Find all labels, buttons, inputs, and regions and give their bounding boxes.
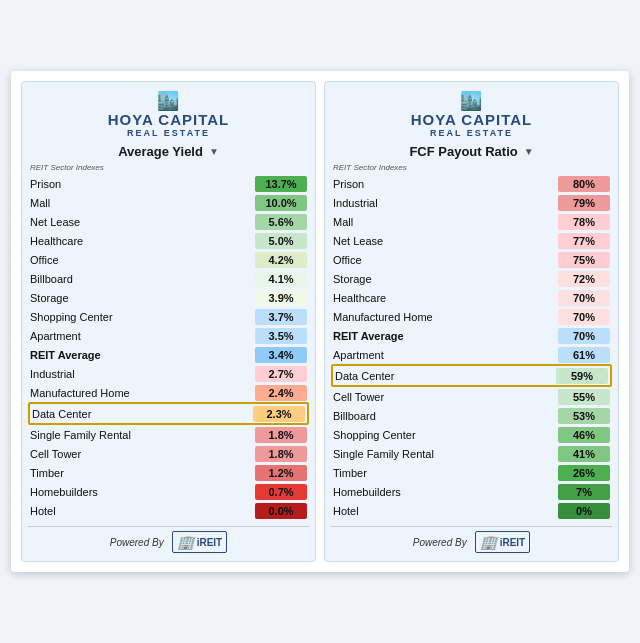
right-ireit-icon: 🏢	[480, 534, 497, 550]
row-value: 13.7%	[255, 176, 307, 192]
row-value: 80%	[558, 176, 610, 192]
row-name: Timber	[30, 467, 255, 479]
row-value: 2.3%	[253, 406, 305, 422]
right-ireit-logo: 🏢 iREIT	[475, 531, 531, 553]
row-name: Prison	[30, 178, 255, 190]
table-row: Homebuilders0.7%	[28, 482, 309, 501]
row-value: 7%	[558, 484, 610, 500]
row-value: 3.7%	[255, 309, 307, 325]
table-row: Apartment3.5%	[28, 326, 309, 345]
table-row: Data Center59%	[331, 364, 612, 387]
row-value: 2.7%	[255, 366, 307, 382]
row-value: 41%	[558, 446, 610, 462]
row-name: Mall	[333, 216, 558, 228]
row-name: Billboard	[30, 273, 255, 285]
table-row: Billboard4.1%	[28, 269, 309, 288]
right-logo-icon: 🏙️	[331, 90, 612, 112]
left-sector-label: REIT Sector Indexes	[28, 163, 309, 172]
row-value: 1.2%	[255, 465, 307, 481]
table-row: Prison13.7%	[28, 174, 309, 193]
table-row: Healthcare5.0%	[28, 231, 309, 250]
right-panel: 🏙️ HOYA CAPITAL REAL ESTATE FCF Payout R…	[324, 81, 619, 563]
table-row: REIT Average70%	[331, 326, 612, 345]
row-name: Industrial	[30, 368, 255, 380]
table-row: Storage72%	[331, 269, 612, 288]
left-footer: Powered By 🏢 iREIT	[28, 526, 309, 553]
right-panel-title: FCF Payout Ratio	[409, 144, 517, 159]
table-row: Office4.2%	[28, 250, 309, 269]
row-name: Shopping Center	[333, 429, 558, 441]
row-name: Prison	[333, 178, 558, 190]
row-value: 0.7%	[255, 484, 307, 500]
table-row: Industrial79%	[331, 193, 612, 212]
row-value: 5.6%	[255, 214, 307, 230]
table-row: Hotel0%	[331, 501, 612, 520]
row-value: 10.0%	[255, 195, 307, 211]
row-name: Homebuilders	[333, 486, 558, 498]
row-value: 3.5%	[255, 328, 307, 344]
table-row: Cell Tower1.8%	[28, 444, 309, 463]
main-container: 🏙️ HOYA CAPITAL REAL ESTATE Average Yiel…	[11, 71, 629, 573]
row-name: Hotel	[333, 505, 558, 517]
row-value: 3.4%	[255, 347, 307, 363]
left-logo-icon: 🏙️	[28, 90, 309, 112]
table-row: Prison80%	[331, 174, 612, 193]
left-logo-subtitle: REAL ESTATE	[28, 128, 309, 138]
row-name: REIT Average	[30, 349, 255, 361]
left-logo: 🏙️ HOYA CAPITAL REAL ESTATE	[28, 90, 309, 139]
table-row: Apartment61%	[331, 345, 612, 364]
row-name: Hotel	[30, 505, 255, 517]
right-sector-label: REIT Sector Indexes	[331, 163, 612, 172]
table-row: Mall78%	[331, 212, 612, 231]
right-dropdown-arrow[interactable]: ▼	[524, 146, 534, 157]
right-rows: Prison80%Industrial79%Mall78%Net Lease77…	[331, 174, 612, 520]
row-value: 2.4%	[255, 385, 307, 401]
table-row: Hotel0.0%	[28, 501, 309, 520]
left-dropdown-arrow[interactable]: ▼	[209, 146, 219, 157]
table-row: Storage3.9%	[28, 288, 309, 307]
table-row: Data Center2.3%	[28, 402, 309, 425]
row-value: 26%	[558, 465, 610, 481]
row-name: Data Center	[335, 370, 556, 382]
row-name: Single Family Rental	[30, 429, 255, 441]
table-row: Office75%	[331, 250, 612, 269]
left-ireit-icon: 🏢	[177, 534, 194, 550]
row-name: Apartment	[30, 330, 255, 342]
right-panel-title-row: FCF Payout Ratio ▼	[331, 144, 612, 159]
row-name: Healthcare	[333, 292, 558, 304]
table-row: Shopping Center46%	[331, 425, 612, 444]
table-row: Timber1.2%	[28, 463, 309, 482]
row-name: Cell Tower	[333, 391, 558, 403]
row-name: Timber	[333, 467, 558, 479]
row-value: 55%	[558, 389, 610, 405]
table-row: Net Lease77%	[331, 231, 612, 250]
left-rows: Prison13.7%Mall10.0%Net Lease5.6%Healthc…	[28, 174, 309, 520]
row-value: 1.8%	[255, 427, 307, 443]
row-name: Office	[30, 254, 255, 266]
row-name: Data Center	[32, 408, 253, 420]
row-value: 3.9%	[255, 290, 307, 306]
row-name: REIT Average	[333, 330, 558, 342]
table-row: Timber26%	[331, 463, 612, 482]
row-value: 79%	[558, 195, 610, 211]
row-name: Manufactured Home	[333, 311, 558, 323]
row-name: Net Lease	[333, 235, 558, 247]
row-name: Office	[333, 254, 558, 266]
left-panel-title-row: Average Yield ▼	[28, 144, 309, 159]
row-value: 75%	[558, 252, 610, 268]
table-row: Single Family Rental41%	[331, 444, 612, 463]
table-row: Net Lease5.6%	[28, 212, 309, 231]
row-name: Industrial	[333, 197, 558, 209]
row-value: 72%	[558, 271, 610, 287]
right-footer: Powered By 🏢 iREIT	[331, 526, 612, 553]
table-row: Manufactured Home70%	[331, 307, 612, 326]
row-name: Billboard	[333, 410, 558, 422]
table-row: Mall10.0%	[28, 193, 309, 212]
row-name: Apartment	[333, 349, 558, 361]
row-name: Cell Tower	[30, 448, 255, 460]
row-name: Healthcare	[30, 235, 255, 247]
row-value: 4.1%	[255, 271, 307, 287]
left-panel-title: Average Yield	[118, 144, 203, 159]
table-row: Cell Tower55%	[331, 387, 612, 406]
row-name: Net Lease	[30, 216, 255, 228]
